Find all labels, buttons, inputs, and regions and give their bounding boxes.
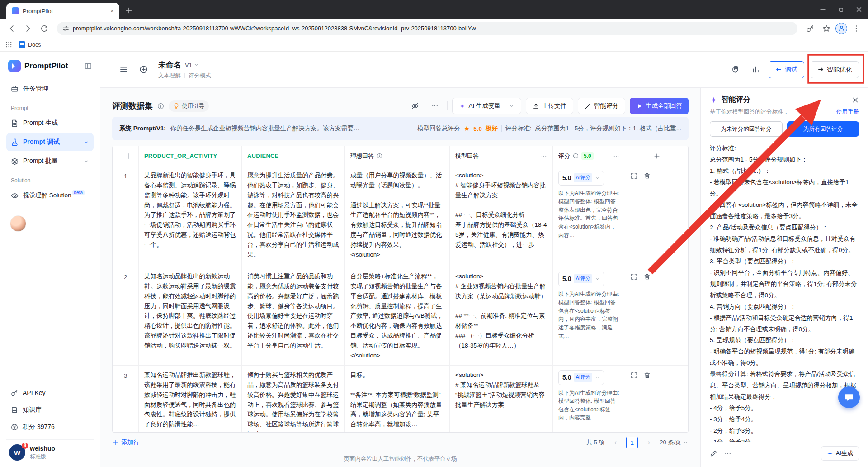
system-prompt-bar[interactable]: 系统 Prompt/V1: 你的任务是生成企业短视频营销内容批量生产解决方案。该… bbox=[112, 117, 689, 140]
add-circle-icon[interactable] bbox=[137, 63, 150, 76]
apps-grid-icon[interactable] bbox=[5, 41, 12, 48]
chevron-down-icon[interactable] bbox=[505, 102, 514, 110]
upload-file-button[interactable]: 上传文件 bbox=[526, 98, 573, 114]
trash-icon[interactable] bbox=[644, 372, 651, 379]
maximize-icon[interactable] bbox=[832, 0, 850, 19]
column-product: PRODUCT_OR_ACTIVITY bbox=[139, 146, 242, 166]
manual-link[interactable]: 使用手册 bbox=[836, 108, 859, 116]
sidebar-item-prompt-batch[interactable]: Prompt 批量 bbox=[6, 152, 94, 170]
collapse-sidebar-icon[interactable] bbox=[85, 62, 92, 70]
new-tab-button[interactable] bbox=[122, 4, 136, 17]
ai-generate-vars-button[interactable]: AI 生成变量 bbox=[452, 98, 521, 114]
more-icon[interactable] bbox=[724, 450, 731, 457]
ai-score-tag: AI评分 bbox=[574, 373, 592, 382]
score-unscored-button[interactable]: 为未评分的回答评分 bbox=[710, 121, 783, 137]
site-settings-icon[interactable] bbox=[62, 25, 69, 32]
password-key-icon[interactable] bbox=[803, 21, 817, 36]
score-dropdown[interactable]: 5.0 AI评分 bbox=[558, 171, 604, 186]
cell-ideal[interactable]: 目标。 **备注**: 本方案可根据“数据监测”结果定期调整（如某类内容播放量高… bbox=[345, 366, 450, 432]
expand-icon[interactable] bbox=[631, 372, 637, 379]
app-header: 未命名 V1 文本理解 评分模式 调试 bbox=[100, 52, 868, 88]
refresh-icon[interactable] bbox=[37, 21, 52, 36]
chevron-down-icon bbox=[683, 440, 689, 445]
next-page-icon[interactable]: › bbox=[643, 438, 654, 447]
score-dropdown[interactable]: 5.0 AI评分 bbox=[558, 272, 604, 286]
select-all-checkbox[interactable] bbox=[123, 153, 129, 159]
feedback-icon[interactable] bbox=[729, 63, 742, 76]
expand-icon[interactable] bbox=[631, 273, 637, 280]
page-size-select[interactable]: 20 条/页 bbox=[660, 438, 689, 447]
cell-ideal[interactable]: 台分层策略+标准化生产流程**，实现了短视频营销的批量生产与各平台适配。通过搭建… bbox=[345, 267, 450, 365]
sidebar-item-credits[interactable]: 积分 39776 bbox=[6, 419, 94, 436]
info-icon[interactable] bbox=[157, 103, 164, 110]
browser-toolbar: promptpilot.volcengine.com/workbench/ta-… bbox=[0, 19, 868, 38]
debug-button[interactable]: 调试 bbox=[769, 61, 804, 78]
back-icon[interactable] bbox=[5, 21, 19, 36]
more-icon[interactable] bbox=[541, 152, 547, 160]
user-photo-avatar[interactable] bbox=[10, 215, 26, 232]
panel-subtitle: 基于你对模型回答的评分标准， bbox=[710, 108, 834, 116]
metrics-icon[interactable] bbox=[749, 63, 762, 76]
version-selector[interactable]: V1 bbox=[185, 62, 199, 68]
sidebar-item-api-key[interactable]: API Key bbox=[6, 384, 94, 401]
prev-page-icon[interactable]: ‹ bbox=[610, 438, 621, 447]
chevron-down-icon bbox=[83, 158, 89, 164]
eye-off-icon[interactable] bbox=[407, 98, 423, 114]
cell-ideal[interactable]: 成量（用户分享的视频数量）、活动曝光量（话题阅读量）。 通过以上解决方案，可实现… bbox=[345, 166, 450, 267]
user-chip[interactable]: W 8 weishuo 标准版 bbox=[6, 439, 94, 461]
info-icon[interactable] bbox=[377, 153, 382, 159]
table-header-row: PRODUCT_OR_ACTIVITY AUDIENCE 理想回答 模型回答 评… bbox=[113, 146, 688, 166]
cell-audience[interactable]: 倾向于购买与篮球相关的优质产品，愿意为高品质的篮球装备支付较高价格。兴趣爱好集中… bbox=[242, 366, 345, 432]
generate-all-button[interactable]: 生成全部回答 bbox=[630, 98, 689, 114]
sidebar-item-prompt-debug[interactable]: Prompt 调试 bbox=[6, 133, 94, 151]
chat-support-button[interactable] bbox=[838, 386, 860, 408]
menu-icon[interactable] bbox=[117, 63, 130, 76]
arrow-left-icon bbox=[775, 66, 782, 73]
cell-audience[interactable]: 愿意为提升生活质量的产品付费。他们热衷于运动，如跑步、健身、游泳等，对科技产品也… bbox=[242, 166, 345, 267]
more-icon[interactable] bbox=[427, 98, 443, 114]
add-row-button[interactable]: 添加行 bbox=[112, 438, 140, 447]
trash-icon[interactable] bbox=[644, 273, 651, 280]
edit-icon[interactable] bbox=[710, 450, 717, 457]
smart-score-button[interactable]: 智能评分 bbox=[578, 98, 625, 114]
cell-score: 5.0 AI评分 以下为AI生成的评分理由: 模型回答整体: 模型回答整体表现出… bbox=[553, 166, 625, 267]
criteria-area[interactable]: 评分标准: 总分范围为1 - 5分，评分规则如下： 1. 格式（占比重...）：… bbox=[710, 143, 859, 442]
cell-audience[interactable]: 消费习惯上注重产品的品质和功能，愿意为优质的运动装备支付较高的价格。兴趣爱好广泛… bbox=[242, 267, 345, 365]
criteria-preview: 总分范围为1 - 5分，评分规则如下：1. 格式（占比重... bbox=[535, 124, 681, 133]
beta-badge: beta bbox=[72, 190, 85, 195]
browser-menu-icon[interactable] bbox=[849, 21, 863, 36]
cell-product[interactable]: 某知名运动品牌推出新款篮球鞋，该鞋采用了最新的缓震科技，能有效减轻运动时对脚部的… bbox=[139, 366, 242, 432]
score-dropdown[interactable]: 5.0 AI评分 bbox=[558, 370, 604, 385]
cell-model[interactable]: <solution> # 某知名运动品牌新款篮球鞋及“挑战灌篮王”活动短视频营销… bbox=[450, 366, 553, 432]
add-column-button[interactable] bbox=[625, 146, 688, 166]
chevron-down-icon bbox=[595, 375, 600, 380]
usage-guide-pill[interactable]: 使用引导 bbox=[169, 100, 209, 112]
cell-product[interactable]: 某知名运动品牌推出的新款运动鞋。这款运动鞋采用了最新的缓震科技，能有效减轻运动时… bbox=[139, 267, 242, 365]
page-number[interactable]: 1 bbox=[626, 437, 638, 448]
browser-profile-icon[interactable] bbox=[835, 23, 847, 34]
cell-model[interactable]: <solution> # 智能健身手环短视频营销内容批量生产解决方案 ## 一、… bbox=[450, 166, 553, 267]
bookmark-star-icon[interactable] bbox=[819, 21, 834, 36]
cell-product[interactable]: 某品牌新推出的智能健身手环，具备心率监测、运动追踪记录、睡眠监测等多种功能。该手… bbox=[139, 166, 242, 267]
sidebar-item-knowledge-base[interactable]: 知识库 bbox=[6, 401, 94, 419]
expand-icon[interactable] bbox=[631, 172, 637, 179]
bookmark-docs[interactable]: Docs bbox=[19, 41, 41, 48]
more-icon[interactable] bbox=[613, 152, 619, 160]
tab-close-icon[interactable]: × bbox=[110, 7, 114, 14]
forward-icon[interactable] bbox=[21, 21, 35, 36]
address-bar[interactable]: promptpilot.volcengine.com/workbench/ta-… bbox=[57, 22, 797, 35]
sidebar-item-visual-solution[interactable]: 视觉理解 Solutionbeta bbox=[6, 186, 94, 205]
sidebar-item-task-management[interactable]: 任务管理 bbox=[6, 80, 94, 98]
ai-generate-button[interactable]: AI生成 bbox=[821, 446, 859, 461]
score-all-button[interactable]: 为所有回答评分 bbox=[787, 121, 859, 137]
sidebar-item-prompt-generate[interactable]: Prompt 生成 bbox=[6, 114, 94, 132]
info-icon[interactable] bbox=[573, 153, 579, 159]
smart-optimize-button[interactable]: 智能优化 bbox=[811, 61, 859, 78]
panel-close-icon[interactable] bbox=[852, 96, 859, 104]
cell-model[interactable]: <solution> # 企业短视频营销内容批量生产解决方案（某运动品牌新款运动… bbox=[450, 267, 553, 365]
mode-label-right: 评分模式 bbox=[189, 72, 211, 80]
trash-icon[interactable] bbox=[644, 172, 651, 179]
minimize-icon[interactable] bbox=[814, 0, 832, 19]
browser-tab[interactable]: PromptPilot × bbox=[6, 3, 119, 19]
window-close-icon[interactable] bbox=[850, 0, 868, 19]
